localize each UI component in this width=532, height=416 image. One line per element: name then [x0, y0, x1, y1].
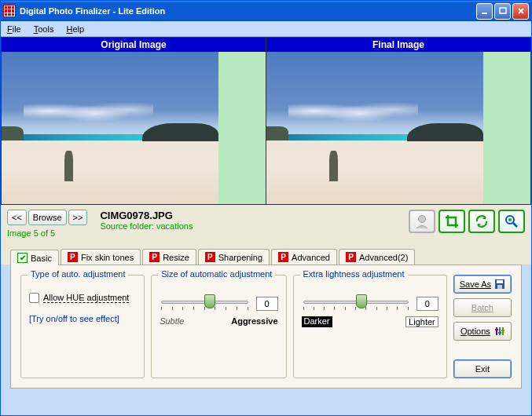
save-as-button[interactable]: Save As — [453, 275, 512, 294]
exit-button[interactable]: Exit — [453, 359, 512, 378]
menu-help[interactable]: Help — [66, 24, 84, 34]
svg-rect-7 — [497, 280, 503, 283]
svg-rect-9 — [496, 327, 497, 335]
app-icon — [3, 5, 16, 17]
menu-file[interactable]: File — [7, 24, 21, 34]
original-image — [2, 52, 266, 204]
svg-rect-8 — [497, 285, 502, 289]
size-left-label: Subtle — [160, 316, 184, 326]
menu-tools[interactable]: Tools — [34, 24, 54, 34]
button-label: Exit — [475, 364, 490, 374]
prev-button[interactable]: << — [7, 210, 27, 225]
refresh-tool-button[interactable] — [468, 210, 495, 233]
fieldset-type-title: Type of auto. adjustment — [28, 269, 128, 279]
button-label: Save As — [460, 279, 491, 289]
fieldset-extra-title: Extra lightness adjustment — [300, 269, 408, 279]
extra-slider[interactable] — [302, 293, 410, 315]
svg-rect-0 — [482, 13, 487, 14]
button-label: Batch — [471, 303, 493, 312]
tab-advanced2[interactable]: PAdvanced(2) — [339, 249, 415, 265]
pro-icon: P — [149, 252, 160, 262]
face-tool-button[interactable] — [409, 210, 435, 233]
size-right-label: Aggressive — [231, 316, 277, 326]
save-icon — [494, 279, 505, 290]
hue-checkbox[interactable] — [29, 293, 39, 303]
tab-skin[interactable]: PFix skin tones — [61, 249, 141, 265]
tab-resize[interactable]: PResize — [142, 249, 196, 265]
tab-label: Basic — [31, 254, 52, 263]
next-button[interactable]: >> — [68, 210, 88, 225]
crop-tool-button[interactable] — [438, 210, 465, 233]
svg-rect-14 — [501, 330, 504, 331]
tab-sharpen[interactable]: PSharpening — [198, 249, 270, 265]
hue-label[interactable]: Allow HUE adjustment — [43, 293, 129, 303]
svg-rect-10 — [499, 327, 501, 335]
button-label: Options — [460, 327, 490, 336]
pro-icon: P — [68, 252, 78, 262]
hue-hint[interactable]: [Try on/off to see effect] — [29, 314, 136, 323]
zoom-tool-button[interactable] — [498, 210, 525, 233]
maximize-button[interactable] — [494, 3, 511, 20]
final-header: Final Image — [266, 38, 530, 52]
svg-rect-13 — [498, 332, 501, 334]
file-name: CIMG0978.JPG — [100, 210, 193, 221]
batch-button[interactable]: Batch — [453, 298, 512, 317]
extra-right-label: Lighter — [405, 316, 438, 327]
pro-icon: P — [346, 252, 356, 262]
tab-label: Advanced — [292, 253, 330, 262]
close-button[interactable] — [512, 3, 529, 20]
fieldset-size-title: Size of automatic adjustment — [158, 269, 275, 279]
pro-icon: P — [278, 252, 288, 262]
size-slider[interactable] — [160, 293, 249, 315]
options-icon — [493, 326, 504, 337]
svg-line-4 — [513, 223, 517, 227]
tab-label: Fix skin tones — [81, 253, 134, 262]
extra-value: 0 — [416, 297, 438, 311]
browse-button[interactable]: Browse — [28, 210, 67, 225]
svg-rect-12 — [495, 329, 498, 330]
svg-rect-1 — [500, 8, 506, 13]
minimize-button[interactable] — [476, 3, 493, 20]
tab-label: Sharpening — [218, 253, 262, 262]
extra-left-label: Darker — [302, 316, 332, 327]
image-count: Image 5 of 5 — [7, 228, 95, 238]
tab-label: Advanced(2) — [359, 253, 408, 262]
tab-label: Resize — [163, 253, 189, 262]
svg-point-2 — [419, 216, 426, 223]
size-value: 0 — [256, 297, 278, 311]
svg-point-5 — [508, 218, 512, 221]
final-image — [266, 52, 530, 204]
original-header: Original Image — [2, 38, 266, 52]
tab-advanced[interactable]: PAdvanced — [271, 249, 337, 265]
file-source: Source folder: vacations — [100, 221, 193, 231]
options-button[interactable]: Options — [453, 322, 512, 341]
check-icon: ✔ — [17, 253, 28, 263]
pro-icon: P — [205, 252, 215, 262]
window-title: Digital Photo Finalizer - Lite Edition — [20, 6, 165, 16]
tab-basic[interactable]: ✔Basic — [10, 250, 59, 265]
